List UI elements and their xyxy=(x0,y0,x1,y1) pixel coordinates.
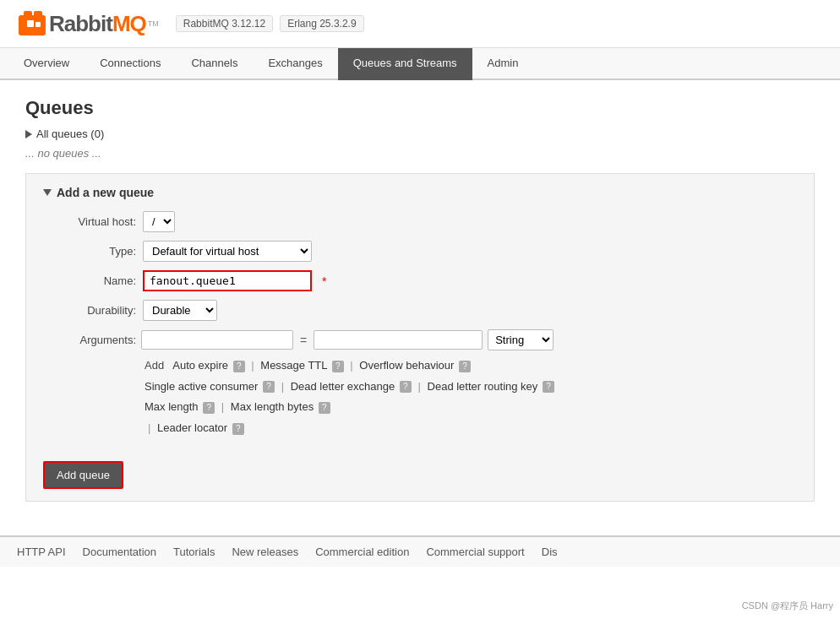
all-queues-toggle[interactable]: All queues (0) xyxy=(25,128,815,140)
rabbitmq-logo-icon xyxy=(17,8,47,39)
hint-single-active-consumer[interactable]: Single active consumer xyxy=(145,380,258,393)
rabbitmq-version-badge: RabbitMQ 3.12.12 xyxy=(176,15,273,32)
logo-area: RabbitMQTM RabbitMQ 3.12.12 Erlang 25.3.… xyxy=(17,8,364,39)
logo-text-rabbit: Rabbit xyxy=(49,11,112,37)
nav-item-queues[interactable]: Queues and Streams xyxy=(338,48,472,80)
nav-item-connections[interactable]: Connections xyxy=(85,48,176,80)
hint-message-ttl[interactable]: Message TTL xyxy=(260,359,327,372)
hint-dead-letter-routing-key-help[interactable]: ? xyxy=(543,381,554,393)
arg-val-input[interactable] xyxy=(314,330,483,350)
type-row: Type: Default for virtual host Classic Q… xyxy=(43,241,797,262)
hint-max-length-bytes-help[interactable]: ? xyxy=(319,402,330,414)
required-star: * xyxy=(322,274,326,288)
hint-dead-letter-routing-key[interactable]: Dead letter routing key xyxy=(428,380,538,393)
footer-link-http-api[interactable]: HTTP API xyxy=(17,546,66,558)
equals-sign: = xyxy=(300,334,307,347)
hint-max-length-help[interactable]: ? xyxy=(203,402,215,414)
arg-type-select[interactable]: String Number Boolean xyxy=(488,329,554,350)
virtual-host-select[interactable]: / xyxy=(143,211,175,232)
type-label: Type: xyxy=(43,245,136,258)
erlang-version-badge: Erlang 25.3.2.9 xyxy=(280,15,363,32)
hint-dead-letter-exchange-help[interactable]: ? xyxy=(400,381,412,393)
footer-link-dis[interactable]: Dis xyxy=(542,546,558,558)
hint-overflow-behaviour[interactable]: Overflow behaviour xyxy=(359,359,454,372)
name-label: Name: xyxy=(43,274,136,287)
header: RabbitMQTM RabbitMQ 3.12.12 Erlang 25.3.… xyxy=(0,0,840,48)
hint-auto-expire-help[interactable]: ? xyxy=(233,361,245,372)
hints-area: Add Auto expire ? | Message TTL ? | Over… xyxy=(145,356,797,439)
footer-link-documentation[interactable]: Documentation xyxy=(83,546,156,558)
add-queue-button[interactable]: Add queue xyxy=(43,461,123,489)
add-queue-section: Add a new queue Virtual host: / Type: De… xyxy=(25,173,815,502)
no-queues-text: ... no queues ... xyxy=(25,147,815,160)
navigation: Overview Connections Channels Exchanges … xyxy=(0,48,840,80)
footer-link-commercial-edition[interactable]: Commercial edition xyxy=(315,546,409,558)
nav-item-admin[interactable]: Admin xyxy=(472,48,534,80)
arguments-row: Arguments: = String Number Boolean xyxy=(43,329,797,350)
footer-link-new-releases[interactable]: New releases xyxy=(232,546,298,558)
version-badges: RabbitMQ 3.12.12 Erlang 25.3.2.9 xyxy=(176,15,364,32)
svg-rect-3 xyxy=(27,20,34,27)
hint-dead-letter-exchange[interactable]: Dead letter exchange xyxy=(291,380,395,393)
name-input[interactable] xyxy=(143,270,312,291)
hint-max-length-bytes[interactable]: Max length bytes xyxy=(231,400,314,413)
svg-rect-1 xyxy=(24,11,32,21)
main-content: Queues All queues (0) ... no queues ... … xyxy=(0,80,840,535)
name-row: Name: * xyxy=(43,270,797,291)
arguments-label: Arguments: xyxy=(43,334,136,346)
nav-item-exchanges[interactable]: Exchanges xyxy=(253,48,337,80)
virtual-host-row: Virtual host: / xyxy=(43,211,797,232)
durability-row: Durability: Durable Transient xyxy=(43,300,797,321)
footer-link-commercial-support[interactable]: Commercial support xyxy=(426,546,524,558)
hint-auto-expire[interactable]: Auto expire xyxy=(172,359,228,372)
section-collapse-icon xyxy=(43,189,52,196)
logo: RabbitMQTM xyxy=(17,8,159,39)
hint-leader-locator[interactable]: Leader locator xyxy=(157,421,227,434)
all-queues-section: All queues (0) xyxy=(25,128,815,140)
hint-message-ttl-help[interactable]: ? xyxy=(332,361,344,372)
durability-label: Durability: xyxy=(43,304,136,317)
footer-link-tutorials[interactable]: Tutorials xyxy=(173,546,215,558)
add-queue-title: Add a new queue xyxy=(57,186,154,199)
all-queues-label: All queues (0) xyxy=(36,128,104,140)
add-hint-label: Add xyxy=(145,359,164,372)
durability-select[interactable]: Durable Transient xyxy=(143,300,217,321)
footer: HTTP API Documentation Tutorials New rel… xyxy=(0,535,840,567)
hint-leader-locator-help[interactable]: ? xyxy=(232,423,244,435)
nav-item-overview[interactable]: Overview xyxy=(8,48,85,80)
hint-overflow-behaviour-help[interactable]: ? xyxy=(459,361,471,372)
type-select[interactable]: Default for virtual host Classic Quorum … xyxy=(143,241,312,262)
svg-rect-2 xyxy=(34,11,42,18)
logo-tm: TM xyxy=(148,19,159,28)
arg-key-input[interactable] xyxy=(141,330,293,350)
logo-text-mq: MQ xyxy=(112,11,146,37)
svg-rect-4 xyxy=(35,22,41,27)
nav-item-channels[interactable]: Channels xyxy=(176,48,253,80)
hint-single-active-consumer-help[interactable]: ? xyxy=(263,381,275,393)
virtual-host-label: Virtual host: xyxy=(43,215,136,228)
page-title: Queues xyxy=(25,97,815,119)
toggle-triangle-icon xyxy=(25,130,32,138)
hint-max-length[interactable]: Max length xyxy=(145,400,199,413)
add-queue-header[interactable]: Add a new queue xyxy=(43,186,797,199)
